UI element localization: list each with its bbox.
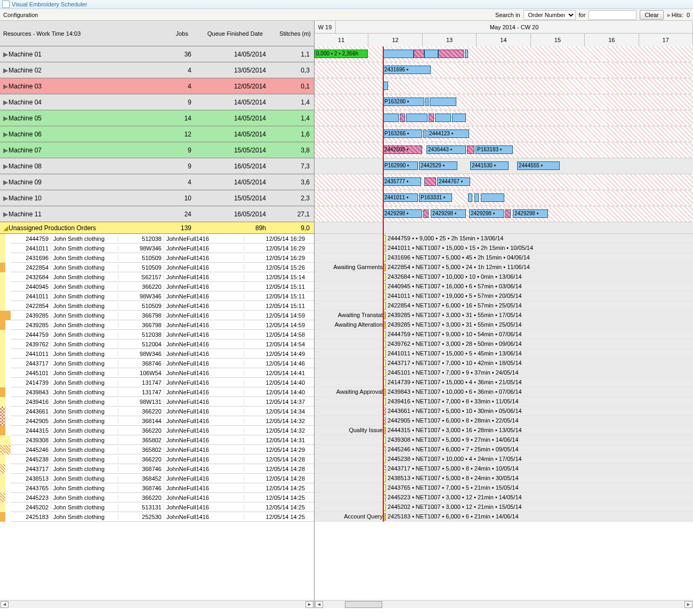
timeline-order-row[interactable]: Awaiting Garments2422854 • NET1007 • 5,0… [315, 263, 693, 272]
order-chip[interactable]: 2422854 • NET1007 • 5,000 • 24 • 1h 12mi… [383, 264, 530, 271]
gantt-bar[interactable] [383, 50, 414, 58]
gantt-bar[interactable]: 2444123 • [428, 129, 469, 138]
timeline-row[interactable]: 2435777 •2444767 • [315, 174, 693, 190]
timeline-order-row[interactable]: 2432684 • NET1007 • 10,000 • 10 • 0min •… [315, 272, 693, 282]
order-row[interactable]: 2443717John Smith clothing368746JohnNeFu… [0, 464, 314, 474]
gantt-bar[interactable] [435, 114, 451, 122]
timeline-order-row[interactable]: 2445223 • NET1007 • 3,000 • 12 • 21min •… [315, 493, 693, 502]
order-chip[interactable]: 2443717 • NET1007 • 7,000 • 10 • 42min •… [383, 360, 522, 367]
order-row[interactable]: 2414739John Smith clothing131747JohnNeFu… [0, 378, 314, 387]
gantt-bar[interactable]: 2442509 • [383, 145, 422, 154]
gantt-bar[interactable] [383, 114, 399, 122]
timeline-order-row[interactable]: Awaiting Alteration2439285 • NET1007 • 3… [315, 320, 693, 330]
timeline-order-row[interactable]: 2443661 • NET1007 • 5,000 • 10 • 30min •… [315, 407, 693, 416]
order-chip[interactable]: 2441011 • NET1007 • 19,000 • 5 • 57min •… [383, 293, 522, 300]
gantt-bar[interactable]: 2435777 • [383, 177, 421, 186]
timeline-order-row[interactable]: 2445101 • NET1007 • 7,000 • 9 • 37min • … [315, 368, 693, 378]
order-row[interactable]: 2438513John Smith clothing368452JohnNeFu… [0, 474, 314, 483]
order-chip[interactable]: 2439416 • NET1007 • 7,000 • 8 • 33min • … [383, 398, 519, 406]
order-chip[interactable]: 2443661 • NET1007 • 5,000 • 10 • 30min •… [383, 408, 522, 415]
timeline-order-row[interactable]: 2439762 • NET1007 • 3,000 • 28 • 50min •… [315, 339, 693, 349]
order-row[interactable]: 2422854John Smith clothing510509JohnNeFu… [0, 301, 314, 311]
timeline-order-row[interactable]: 2444759 • • 9,000 • 25 • 2h 15min • 13/0… [315, 234, 693, 244]
order-chip[interactable]: 2444315 • NET1007 • 3,000 • 16 • 28min •… [383, 427, 522, 434]
timeline-order-row[interactable]: 2439416 • NET1007 • 7,000 • 8 • 33min • … [315, 397, 693, 407]
order-row[interactable]: 2443765John Smith clothing368746JohnNeFu… [0, 483, 314, 493]
order-chip[interactable]: 2443765 • NET1007 • 7,000 • 5 • 21min • … [383, 484, 519, 492]
machine-row[interactable]: ▶Machine 013614/05/20141,1 [0, 46, 314, 62]
order-chip[interactable]: 2443717 • NET1007 • 5,000 • 8 • 24min • … [383, 465, 519, 473]
gantt-bar[interactable]: P163331 • [419, 193, 452, 202]
gantt-bar[interactable]: 2436443 • [426, 145, 466, 154]
timeline-order-row[interactable]: 2445238 • NET1007 • 10,000 • 4 • 24min •… [315, 455, 693, 464]
order-row[interactable]: 2441011John Smith clothing98W346JohnNeFu… [0, 244, 314, 253]
order-chip[interactable]: 2441011 • NET1007 • 15,000 • 5 • 45min •… [383, 350, 522, 358]
timeline-order-row[interactable]: Account Query2425183 • NET1007 • 6,000 •… [315, 512, 693, 522]
order-chip[interactable]: 2438513 • NET1007 • 5,000 • 8 • 24min • … [383, 475, 519, 482]
order-row[interactable]: 2445246John Smith clothing365802JohnNeFu… [0, 445, 314, 455]
order-row[interactable]: 2439843John Smith clothing131747JohnNeFu… [0, 387, 314, 397]
gantt-bar[interactable]: 2441011 • [383, 193, 418, 202]
scroll-left-icon[interactable]: ◄ [1, 601, 9, 608]
order-chip[interactable]: 2445202 • NET1007 • 3,000 • 12 • 21min •… [383, 504, 522, 511]
order-row[interactable]: 2441011John Smith clothing98W346JohnNeFu… [0, 349, 314, 359]
order-chip[interactable]: 2439285 • NET1007 • 3,000 • 31 • 55min •… [383, 321, 522, 329]
order-row[interactable]: 2445238John Smith clothing366220JohnNeFu… [0, 455, 314, 464]
timeline-order-row[interactable]: 2443765 • NET1007 • 7,000 • 5 • 21min • … [315, 483, 693, 493]
machine-row[interactable]: ▶Machine 07915/05/20143,8 [0, 142, 314, 158]
gantt-bar[interactable]: 2442529 • [419, 161, 457, 170]
left-hscroll[interactable]: ◄ ► [0, 600, 314, 608]
gantt-bar[interactable] [425, 98, 429, 106]
order-row[interactable]: 2439308John Smith clothing365802JohnNeFu… [0, 435, 314, 445]
menu-configuration[interactable]: Configuration [3, 12, 38, 18]
order-row[interactable]: 2444759John Smith clothing512038JohnNeFu… [0, 234, 314, 244]
order-row[interactable]: 2439416John Smith clothing98W131JohnNeFu… [0, 397, 314, 407]
machine-row[interactable]: ▶Machine 09414/05/20143,6 [0, 174, 314, 190]
unassigned-header[interactable]: ◢ Unassigned Production Orders 139 89h 9… [0, 222, 314, 234]
gantt-bar[interactable] [400, 114, 405, 122]
order-row[interactable]: 2444315John Smith clothing366220JohnNeFu… [0, 426, 314, 435]
gantt-bar[interactable] [423, 209, 429, 218]
right-hscroll[interactable]: ◄ ► [315, 600, 693, 608]
timeline-row[interactable] [315, 110, 693, 126]
gantt-bar[interactable]: P162990 • [383, 161, 418, 170]
order-chip[interactable]: 2440945 • NET1007 • 16,000 • 6 • 57min •… [383, 283, 522, 290]
timeline-order-row[interactable]: 2445246 • NET1007 • 6,000 • 7 • 25min • … [315, 445, 693, 455]
gantt-bar[interactable] [465, 50, 468, 58]
order-chip[interactable]: 2425183 • NET1007 • 6,000 • 6 • 21min • … [383, 513, 519, 521]
order-chip[interactable]: 2439285 • NET1007 • 3,000 • 31 • 55min •… [383, 312, 522, 319]
gantt-bar[interactable] [452, 114, 466, 122]
order-row[interactable]: 2443717John Smith clothing368746JohnNeFu… [0, 359, 314, 368]
gantt-bar[interactable] [467, 145, 474, 154]
order-row[interactable]: 2445202John Smith clothing513131JohnNeFu… [0, 502, 314, 512]
order-row[interactable]: 2439762John Smith clothing512004JohnNeFu… [0, 339, 314, 349]
machine-row[interactable]: ▶Machine 03412/05/20140,1 [0, 78, 314, 94]
gantt-bar[interactable]: P163280 • [383, 98, 424, 106]
search-input[interactable] [589, 10, 636, 20]
gantt-bar[interactable] [468, 193, 472, 202]
timeline-order-row[interactable]: 2414739 • NET1007 • 15,000 • 4 • 36min •… [315, 378, 693, 387]
order-row[interactable]: 2445101John Smith clothing106W54JohnNeFu… [0, 368, 314, 378]
timeline-order-row[interactable]: 2442905 • NET1007 • 6,000 • 8 • 28min • … [315, 416, 693, 426]
machine-row[interactable]: ▶Machine 101015/05/20142,3 [0, 190, 314, 206]
timeline-row[interactable]: 2441011 •P163331 • [315, 190, 693, 206]
timeline-order-row[interactable]: 2445202 • NET1007 • 3,000 • 12 • 21min •… [315, 502, 693, 512]
scroll-right-icon[interactable]: ► [684, 601, 692, 608]
timeline-order-row[interactable]: Quality Issue2444315 • NET1007 • 3,000 •… [315, 426, 693, 435]
gantt-bar[interactable]: 2429298 • [469, 209, 504, 218]
timeline-row[interactable]: 2442509 •2436443 •P163183 • [315, 142, 693, 158]
machine-row[interactable]: ▶Machine 112416/05/201427,1 [0, 206, 314, 222]
order-row[interactable]: 2443661John Smith clothing366220JohnNeFu… [0, 407, 314, 416]
order-chip[interactable]: 2445223 • NET1007 • 3,000 • 12 • 21min •… [383, 494, 522, 501]
order-row[interactable]: 2439285John Smith clothing366798JohnNeFu… [0, 320, 314, 330]
gantt-bar[interactable]: P163183 • [476, 145, 513, 154]
gantt-bar[interactable]: 2444555 • [517, 161, 560, 170]
order-row[interactable]: 2422854John Smith clothing510509JohnNeFu… [0, 263, 314, 272]
order-chip[interactable]: 2439843 • NET1007 • 10,000 • 6 • 36min •… [383, 388, 522, 396]
timeline-row[interactable]: P163266 •2444123 • [315, 126, 693, 142]
order-chip[interactable]: 2445246 • NET1007 • 6,000 • 7 • 25min • … [383, 446, 519, 453]
order-chip[interactable]: 2445101 • NET1007 • 7,000 • 9 • 37min • … [383, 369, 519, 377]
timeline-row[interactable] [315, 78, 693, 94]
timeline-order-row[interactable]: Awaiting Approval2439843 • NET1007 • 10,… [315, 387, 693, 397]
timeline-row[interactable]: 0,000 • 2 • 2,356h [315, 46, 693, 62]
